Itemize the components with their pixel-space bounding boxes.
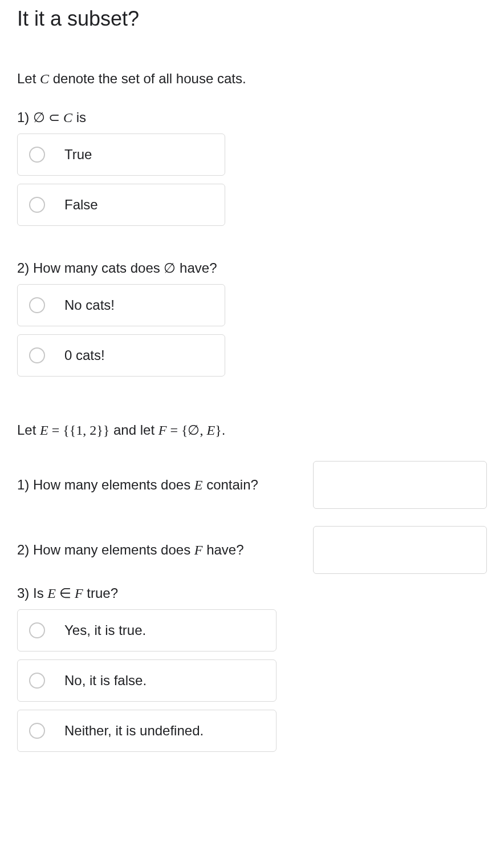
intro1-var-C: C [40, 71, 49, 86]
q5-pre: 3) Is [17, 585, 47, 601]
q1-option-false[interactable]: False [17, 184, 225, 226]
radio-icon [29, 147, 45, 163]
q4-label: 2) How many elements does F have? [17, 542, 302, 558]
q1-post: is [72, 110, 86, 125]
q2-option-no-cats[interactable]: No cats! [17, 284, 225, 326]
intro2-dot: . [222, 422, 226, 438]
q5-option-no[interactable]: No, it is false. [17, 659, 277, 702]
q2-pre: 2) How many cats does [17, 260, 164, 276]
q1-option-false-label: False [64, 197, 98, 213]
q1-var-C: C [63, 110, 72, 125]
q2-post: have? [176, 260, 217, 276]
q2-option-no-cats-label: No cats! [64, 297, 115, 313]
intro1-pre: Let [17, 71, 40, 86]
question-5: 3) Is E ∈ F true? Yes, it is true. No, i… [17, 585, 487, 752]
intro2-Fset: {∅, E} [181, 423, 222, 438]
radio-icon [29, 197, 45, 213]
q3-post: contain? [202, 477, 258, 492]
worksheet-page: It it a subset? Let C denote the set of … [0, 0, 504, 803]
q5-post: true? [83, 585, 118, 601]
q4-input[interactable] [313, 526, 487, 574]
radio-icon [29, 347, 45, 363]
intro2-mid: and let [109, 422, 158, 438]
q4-post: have? [202, 542, 243, 557]
intro2-F: F [158, 423, 167, 438]
q3-input[interactable] [313, 461, 487, 509]
q1-label: 1) ∅ ⊂ C is [17, 110, 487, 126]
q5-label: 3) Is E ∈ F true? [17, 585, 487, 601]
intro-2: Let E = {{1, 2}} and let F = {∅, E}. [17, 422, 487, 438]
q1-option-true-label: True [64, 147, 92, 163]
radio-icon [29, 622, 45, 638]
q5-option-yes[interactable]: Yes, it is true. [17, 609, 277, 651]
page-title: It it a subset? [17, 7, 487, 31]
q5-option-neither-label: Neither, it is undefined. [64, 723, 204, 739]
intro2-eq1: = [48, 423, 63, 438]
radio-icon [29, 723, 45, 739]
question-1: 1) ∅ ⊂ C is True False [17, 110, 487, 226]
intro2-E: E [40, 423, 48, 438]
intro2-Eset: {{1, 2}} [63, 423, 109, 438]
q2-label: 2) How many cats does ∅ have? [17, 260, 487, 276]
q3-pre: 1) How many elements does [17, 477, 194, 492]
q5-F: F [75, 586, 83, 601]
q1-num: 1) [17, 110, 33, 125]
question-3: 1) How many elements does E contain? [17, 461, 487, 509]
q3-var-E: E [194, 477, 203, 492]
radio-icon [29, 297, 45, 313]
q3-label: 1) How many elements does E contain? [17, 477, 302, 493]
question-2: 2) How many cats does ∅ have? No cats! 0… [17, 260, 487, 377]
q2-option-0-cats[interactable]: 0 cats! [17, 334, 225, 377]
q5-option-neither[interactable]: Neither, it is undefined. [17, 710, 277, 752]
question-4: 2) How many elements does F have? [17, 526, 487, 574]
q4-pre: 2) How many elements does [17, 542, 194, 557]
q1-emptyset: ∅ [33, 110, 45, 125]
intro-1: Let C denote the set of all house cats. [17, 71, 487, 87]
q5-option-yes-label: Yes, it is true. [64, 622, 146, 638]
q5-option-no-label: No, it is false. [64, 673, 147, 689]
intro1-post: denote the set of all house cats. [49, 71, 246, 86]
radio-icon [29, 673, 45, 689]
q1-option-true[interactable]: True [17, 133, 225, 176]
q2-emptyset: ∅ [164, 261, 176, 276]
q4-var-F: F [194, 543, 203, 557]
q5-E: E [47, 586, 56, 601]
intro2-eq2: = [166, 423, 181, 438]
q2-option-0-cats-label: 0 cats! [64, 347, 105, 363]
q1-subset: ⊂ [45, 110, 63, 125]
intro2-pre: Let [17, 422, 40, 438]
q5-in: ∈ [56, 586, 75, 601]
